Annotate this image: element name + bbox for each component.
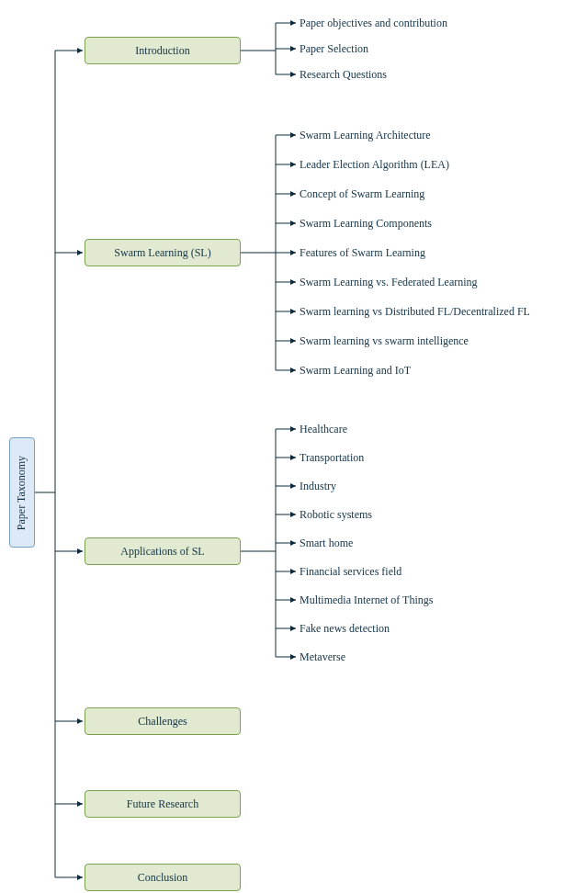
section-label: Conclusion: [138, 871, 188, 885]
leaf-node: Research Questions: [300, 68, 387, 82]
leaf-node: Features of Swarm Learning: [300, 246, 425, 260]
leaf-node: Leader Election Algorithm (LEA): [300, 158, 449, 172]
section-label: Future Research: [127, 797, 198, 811]
section-label: Swarm Learning (SL): [114, 246, 210, 260]
leaf-node: Financial services field: [300, 565, 401, 579]
section-node: Swarm Learning (SL): [85, 239, 241, 266]
leaf-node: Swarm Learning and IoT: [300, 364, 411, 378]
leaf-node: Paper objectives and contribution: [300, 17, 447, 30]
leaf-node: Fake news detection: [300, 622, 390, 636]
leaf-node: Multimedia Internet of Things: [300, 593, 433, 607]
leaf-node: Paper Selection: [300, 42, 368, 56]
leaf-node: Transportation: [300, 451, 364, 465]
section-label: Applications of SL: [120, 545, 204, 559]
leaf-node: Industry: [300, 480, 336, 493]
root-node: Paper Taxonomy: [9, 437, 35, 548]
leaf-node: Swarm Learning Components: [300, 217, 432, 231]
leaf-node: Swarm Learning vs. Federated Learning: [300, 276, 478, 289]
root-label: Paper Taxonomy: [16, 455, 29, 529]
section-node: Applications of SL: [85, 537, 241, 565]
section-label: Introduction: [135, 44, 189, 58]
leaf-node: Smart home: [300, 537, 353, 550]
leaf-node: Robotic systems: [300, 508, 372, 522]
leaf-node: Metaverse: [300, 650, 345, 664]
leaf-node: Swarm learning vs swarm intelligence: [300, 334, 469, 348]
leaf-node: Concept of Swarm Learning: [300, 187, 424, 201]
section-node: Future Research: [85, 790, 241, 818]
section-node: Introduction: [85, 37, 241, 64]
leaf-node: Healthcare: [300, 423, 347, 436]
connector-lines: [0, 0, 588, 893]
leaf-node: Swarm Learning Architecture: [300, 129, 431, 142]
section-label: Challenges: [138, 715, 187, 729]
section-node: Challenges: [85, 707, 241, 735]
section-node: Conclusion: [85, 864, 241, 891]
leaf-node: Swarm learning vs Distributed FL/Decentr…: [300, 305, 530, 319]
